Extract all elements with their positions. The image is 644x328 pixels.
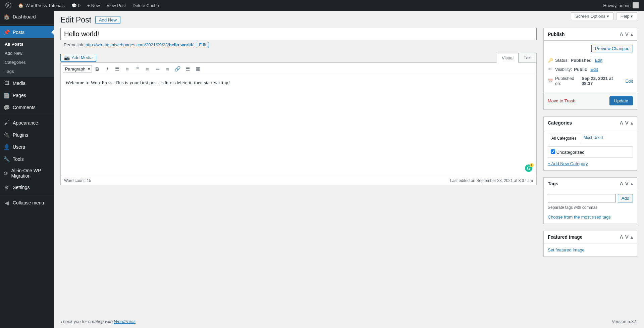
menu-dashboard[interactable]: 🏠Dashboard xyxy=(0,11,54,23)
tools-icon: 🔧 xyxy=(3,156,10,162)
dashboard-icon: 🏠 xyxy=(3,13,10,20)
pages-icon: 📄 xyxy=(3,92,10,99)
new-content[interactable]: +New xyxy=(84,0,103,11)
menu-collapse[interactable]: ◀Collapse menu xyxy=(0,197,54,209)
tags-hint: Separate tags with commas xyxy=(548,205,633,210)
set-featured-image[interactable]: Set featured image xyxy=(548,247,585,252)
help-button[interactable]: Help ▾ xyxy=(616,12,637,20)
edit-status[interactable]: Edit xyxy=(595,58,602,63)
box-toggle-icon[interactable]: ▴ xyxy=(631,234,633,240)
preview-button[interactable]: Preview Changes xyxy=(591,45,633,52)
screen-options-button[interactable]: Screen Options ▾ xyxy=(571,12,613,20)
users-icon: 👤 xyxy=(3,144,10,150)
pin-icon: 📌 xyxy=(3,29,10,36)
cat-tab-all[interactable]: All Categories xyxy=(548,134,580,143)
editor-toolbar: Paragraph ▾ B I ☰ ≡ ❝ ≡ ═ ≡ 🔗 ☰ ▦ xyxy=(61,63,536,75)
update-button[interactable]: Update xyxy=(609,96,633,105)
word-count: Word count: 15 xyxy=(64,178,91,183)
add-new-button[interactable]: Add New xyxy=(95,16,120,24)
edit-slug-button[interactable]: Edit xyxy=(196,42,209,48)
menu-plugins[interactable]: 🔌Plugins xyxy=(0,129,54,141)
category-item[interactable]: Uncategorized xyxy=(551,150,584,155)
comments-link[interactable]: 💬0 xyxy=(68,0,84,11)
sub-add-new[interactable]: Add New xyxy=(0,49,54,58)
numlist-button[interactable]: ≡ xyxy=(123,64,132,74)
quote-button[interactable]: ❝ xyxy=(133,64,142,74)
site-name: WordPress Tutorials xyxy=(25,3,65,8)
menu-comments[interactable]: 💬Comments xyxy=(0,101,54,113)
cat-tab-used[interactable]: Most Used xyxy=(580,133,606,143)
calendar-icon: 📅 xyxy=(548,79,553,84)
media-add-icon: 📷 xyxy=(64,55,70,60)
box-up-icon[interactable]: ᐱ xyxy=(620,32,623,37)
box-toggle-icon[interactable]: ▴ xyxy=(631,32,633,37)
content-editor[interactable]: Welcome to WordPress. This is your first… xyxy=(61,75,536,176)
more-button[interactable]: ☰ xyxy=(183,64,193,74)
avatar xyxy=(633,2,639,8)
delete-cache[interactable]: Delete Cache xyxy=(129,0,162,11)
bullist-button[interactable]: ☰ xyxy=(113,64,122,74)
align-right-button[interactable]: ≡ xyxy=(163,64,172,74)
footer-thanks: Thank you for creating with WordPress. xyxy=(60,319,137,324)
edit-visibility[interactable]: Edit xyxy=(590,67,598,72)
menu-users[interactable]: 👤Users xyxy=(0,141,54,153)
box-down-icon[interactable]: ᐯ xyxy=(625,181,629,186)
tag-input[interactable] xyxy=(548,194,616,202)
categories-box: Categories ᐱᐯ▴ All Categories Most Used … xyxy=(543,116,637,171)
menu-pages[interactable]: 📄Pages xyxy=(0,89,54,101)
comments-count: 0 xyxy=(78,3,80,8)
collapse-icon: ◀ xyxy=(3,199,10,206)
settings-icon: ⚙ xyxy=(3,184,10,191)
my-account[interactable]: Howdy, admin xyxy=(600,0,642,11)
add-media-button[interactable]: 📷 Add Media xyxy=(60,54,96,62)
align-center-button[interactable]: ═ xyxy=(153,64,162,74)
box-down-icon[interactable]: ᐯ xyxy=(625,120,629,126)
wp-logo[interactable] xyxy=(2,0,15,11)
tags-box: Tags ᐱᐯ▴ Add Separate tags with commas C… xyxy=(543,177,637,224)
align-left-button[interactable]: ≡ xyxy=(143,64,152,74)
permalink-link[interactable]: http://wp-tuts.atwebpages.com/2021/09/23… xyxy=(86,42,194,47)
permalink-label: Permalink: xyxy=(64,42,84,47)
featured-image-box: Featured image ᐱᐯ▴ Set featured image xyxy=(543,231,637,257)
text-tab[interactable]: Text xyxy=(519,53,537,62)
key-icon: 🔑 xyxy=(548,58,553,63)
box-up-icon[interactable]: ᐱ xyxy=(620,181,623,186)
page-title: Edit Post xyxy=(60,15,91,25)
category-checkbox[interactable] xyxy=(551,149,555,154)
post-title-input[interactable] xyxy=(60,28,537,40)
box-up-icon[interactable]: ᐱ xyxy=(620,120,623,126)
move-to-trash[interactable]: Move to Trash xyxy=(548,98,575,103)
menu-appearance[interactable]: 🖌Appearance xyxy=(0,117,54,129)
menu-posts[interactable]: 📌Posts xyxy=(0,26,54,38)
choose-tags-link[interactable]: Choose from the most used tags xyxy=(548,215,611,220)
add-tag-button[interactable]: Add xyxy=(618,194,633,202)
sub-all-posts[interactable]: All Posts xyxy=(0,40,54,49)
menu-settings[interactable]: ⚙Settings xyxy=(0,181,54,193)
plugins-icon: 🔌 xyxy=(3,132,10,138)
link-button[interactable]: 🔗 xyxy=(173,64,182,74)
box-toggle-icon[interactable]: ▴ xyxy=(631,120,633,126)
format-select[interactable]: Paragraph ▾ xyxy=(63,65,92,73)
last-edited: Last edited on September 23, 2021 at 8:3… xyxy=(450,178,533,183)
box-down-icon[interactable]: ᐯ xyxy=(625,234,629,240)
menu-aiowpm[interactable]: ⟳All-in-One WP Migration xyxy=(0,165,54,181)
menu-tools[interactable]: 🔧Tools xyxy=(0,153,54,165)
kitchen-sink-button[interactable]: ▦ xyxy=(193,64,203,74)
sub-categories[interactable]: Categories xyxy=(0,58,54,67)
visual-tab[interactable]: Visual xyxy=(497,53,519,63)
edit-date[interactable]: Edit xyxy=(626,79,633,84)
box-down-icon[interactable]: ᐯ xyxy=(625,32,629,37)
view-post[interactable]: View Post xyxy=(103,0,129,11)
italic-button[interactable]: I xyxy=(103,64,112,74)
wordpress-link[interactable]: WordPress xyxy=(114,319,136,324)
comments-icon: 💬 xyxy=(3,104,10,111)
sub-tags[interactable]: Tags xyxy=(0,67,54,76)
bold-button[interactable]: B xyxy=(93,64,102,74)
grammarly-badge[interactable]: G xyxy=(525,165,532,172)
menu-media[interactable]: 🖼Media xyxy=(0,77,54,89)
site-link[interactable]: 🏠WordPress Tutorials xyxy=(15,0,68,11)
add-new-category[interactable]: + Add New Category xyxy=(548,161,588,166)
box-up-icon[interactable]: ᐱ xyxy=(620,234,623,240)
footer-version: Version 5.8.1 xyxy=(612,319,637,324)
box-toggle-icon[interactable]: ▴ xyxy=(631,181,633,186)
